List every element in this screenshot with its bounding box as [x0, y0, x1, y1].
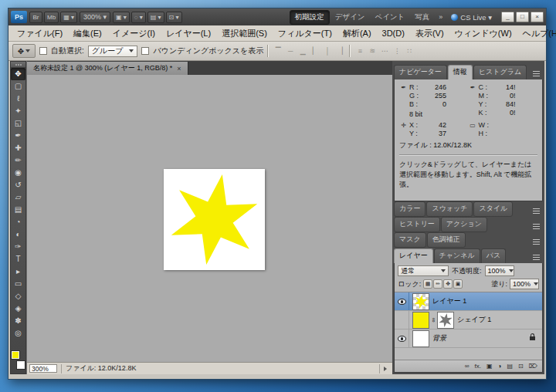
lock-position[interactable]: ✥	[443, 279, 453, 289]
opacity-input[interactable]: 100%	[485, 265, 514, 276]
tool-shape[interactable]: ▭	[11, 278, 25, 290]
appbar-rotate-view-button[interactable]: ◌ ▾	[131, 12, 146, 23]
workspace-paint[interactable]: ペイント	[370, 10, 409, 25]
tool-crop[interactable]: ◱	[11, 117, 25, 130]
menu-edit[interactable]: 編集(E)	[68, 26, 107, 41]
align-right-edges[interactable]: ▕	[334, 46, 345, 56]
lock-all[interactable]: ▣	[453, 279, 463, 289]
shape-color-thumbnail[interactable]	[412, 312, 429, 329]
collapse-tools-button[interactable]	[11, 62, 25, 68]
cs-live-button[interactable]: CS Live ▾	[447, 13, 496, 22]
appbar-arrange-documents-button[interactable]: ▤ ▾	[147, 12, 164, 23]
tab-navigator[interactable]: ナビゲーター	[394, 65, 447, 79]
distribute-bottom-edges[interactable]: ⋯	[379, 46, 390, 56]
menu-3d[interactable]: 3D(D)	[377, 27, 410, 39]
appbar-screen-mode-button[interactable]: ⊡ ▾	[166, 12, 182, 23]
tab-styles[interactable]: スタイル	[473, 201, 513, 217]
show-transform-controls-checkbox[interactable]	[141, 47, 149, 55]
auto-select-scope-dropdown[interactable]: グループ	[88, 46, 138, 57]
tool-marquee[interactable]: ▢	[11, 80, 25, 93]
panel-menu-icon[interactable]	[533, 226, 540, 227]
tool-type[interactable]: T	[11, 253, 25, 265]
menu-analysis[interactable]: 解析(A)	[337, 26, 377, 41]
tab-actions[interactable]: アクション	[441, 217, 487, 232]
menu-filter[interactable]: フィルター(T)	[273, 26, 337, 41]
appbar-view-extras-button[interactable]: ▦ ▾	[60, 12, 77, 23]
tool-clone-stamp[interactable]: ◉	[11, 167, 25, 179]
distribute-vertical-centers[interactable]: ≋	[367, 46, 378, 56]
align-top-edges[interactable]: ▔	[273, 46, 283, 56]
tool-gradient[interactable]: ▤	[11, 204, 25, 216]
visibility-toggle[interactable]	[395, 292, 409, 310]
visibility-toggle[interactable]	[395, 329, 409, 347]
appbar-mini-bridge-button[interactable]: Mb	[44, 12, 59, 23]
tool-pen[interactable]: ✑	[11, 241, 25, 253]
add-layer-mask-icon[interactable]: ▣	[486, 363, 493, 370]
menu-help[interactable]: ヘルプ(H)	[517, 26, 556, 41]
layer-thumbnail[interactable]	[412, 330, 429, 347]
menu-layer[interactable]: レイヤー(L)	[161, 26, 216, 41]
close-icon[interactable]: ×	[177, 65, 181, 73]
appbar-hand-tool-shortcut[interactable]: ▣ ▾	[113, 12, 130, 23]
new-layer-icon[interactable]: ⊡	[518, 363, 524, 370]
tool-dodge[interactable]: ◐	[11, 228, 25, 241]
distribute-top-edges[interactable]: ≡	[354, 46, 365, 56]
tool-eraser[interactable]: ▱	[11, 191, 25, 204]
workspace-overflow-button[interactable]: »	[436, 13, 445, 21]
layer-effects-icon[interactable]: fx.	[475, 363, 481, 370]
layer-row-background[interactable]: 背景	[395, 329, 542, 348]
lock-image-pixels[interactable]: ✏	[433, 279, 442, 289]
menu-view[interactable]: 表示(V)	[410, 26, 449, 41]
window-maximize-button[interactable]: □	[516, 12, 529, 22]
panel-menu-icon[interactable]	[533, 242, 540, 242]
tool-brush[interactable]: ✏	[11, 154, 25, 167]
window-minimize-button[interactable]: _	[501, 12, 514, 22]
tool-zoom[interactable]: ◎	[11, 327, 25, 340]
tab-layers[interactable]: レイヤー	[394, 248, 433, 263]
menu-file[interactable]: ファイル(F)	[12, 26, 68, 41]
status-menu-button[interactable]	[379, 364, 390, 373]
new-adjustment-layer-icon[interactable]: ◑	[498, 363, 502, 370]
menu-window[interactable]: ウィンドウ(W)	[449, 26, 517, 41]
tool-blur[interactable]: ◔	[11, 216, 25, 228]
photoshop-logo-icon[interactable]: Ps	[11, 11, 27, 23]
tool-path-selection[interactable]: ▸	[11, 265, 25, 278]
tool-hand[interactable]: ✽	[11, 315, 25, 327]
canvas[interactable]	[27, 75, 392, 362]
tab-history[interactable]: ヒストリー	[394, 217, 440, 232]
auto-select-checkbox[interactable]	[39, 47, 47, 55]
tool-quick-selection[interactable]: ✦	[11, 105, 25, 117]
vector-mask-thumbnail[interactable]	[437, 312, 454, 329]
align-left-edges[interactable]: ▏	[310, 46, 320, 56]
tab-info[interactable]: 情報	[448, 65, 473, 79]
workspace-design[interactable]: デザイン	[331, 10, 370, 25]
tool-healing-brush[interactable]: ✚	[11, 142, 25, 154]
layer-row-layer-1[interactable]: レイヤー 1	[395, 292, 542, 311]
blend-mode-dropdown[interactable]: 通常	[398, 265, 449, 276]
fill-input[interactable]: 100%	[510, 279, 539, 289]
appbar-bridge-button[interactable]: Br	[29, 12, 42, 23]
mask-link-icon[interactable]: ∞	[430, 317, 437, 323]
lock-transparent-pixels[interactable]: ▦	[423, 279, 432, 289]
background-color-swatch[interactable]	[17, 361, 25, 369]
tab-color[interactable]: カラー	[394, 201, 425, 217]
zoom-level-dropdown[interactable]: 300% ▾	[80, 12, 110, 23]
layer-thumbnail[interactable]	[412, 293, 429, 310]
delete-layer-icon[interactable]: ⌦	[529, 363, 537, 370]
align-bottom-edges[interactable]: ▁	[297, 46, 308, 56]
foreground-color-swatch[interactable]	[12, 351, 19, 359]
workspace-photography[interactable]: 写真	[410, 10, 434, 25]
tool-move[interactable]: ✥	[11, 68, 25, 80]
tab-channels[interactable]: チャンネル	[434, 248, 480, 263]
panel-menu-icon[interactable]	[533, 257, 540, 258]
distribute-horizontal-centers[interactable]: ∷	[404, 46, 415, 56]
menu-image[interactable]: イメージ(I)	[107, 26, 161, 41]
move-tool-preset-button[interactable]: ✥	[12, 44, 36, 58]
tool-lasso[interactable]: ℓ	[11, 93, 25, 105]
tab-swatches[interactable]: スウォッチ	[426, 201, 473, 217]
align-horizontal-centers[interactable]: │	[322, 46, 333, 56]
align-vertical-centers[interactable]: ─	[285, 46, 296, 56]
tool-history-brush[interactable]: ↺	[11, 179, 25, 191]
tool-eyedropper[interactable]: ✒	[11, 130, 25, 142]
tab-histogram[interactable]: ヒストグラム	[473, 65, 527, 79]
